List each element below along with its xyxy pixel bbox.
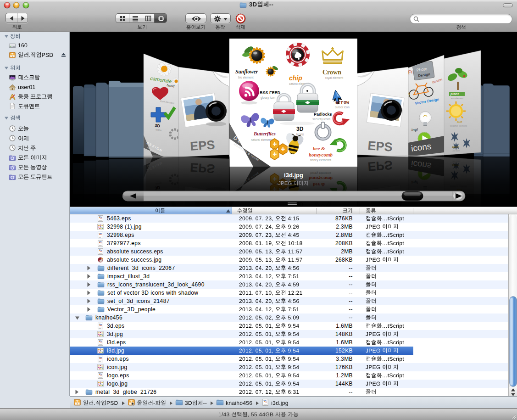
svg-text:eco element: eco element xyxy=(451,97,464,100)
svg-text:Butterflies: Butterflies xyxy=(253,131,276,136)
svg-text:natural elements: natural elements xyxy=(251,138,273,141)
svg-text:royal element: royal element xyxy=(325,76,343,80)
svg-text:plant: plant xyxy=(450,92,459,96)
svg-text:honeycomb: honeycomb xyxy=(309,152,333,157)
svg-text:EPS: EPS xyxy=(189,138,215,153)
svg-text:sun: sun xyxy=(457,120,462,123)
svg-text:RSS FEED: RSS FEED xyxy=(260,90,281,95)
svg-text:EPS: EPS xyxy=(367,139,393,154)
svg-text:i3d.jpg: i3d.jpg xyxy=(284,172,303,179)
svg-text:bee &: bee & xyxy=(313,146,325,151)
svg-text:3d icon: 3d icon xyxy=(452,149,460,152)
svg-text:security icons: security icons xyxy=(312,118,331,121)
svg-text:ing!: ing! xyxy=(411,127,418,132)
svg-text:arrow: arrow xyxy=(335,100,349,105)
svg-text:chip: chip xyxy=(289,74,302,82)
svg-text:Padlocks: Padlocks xyxy=(314,112,332,117)
svg-text:glossy icon: glossy icon xyxy=(261,96,276,100)
svg-text:snow: snow xyxy=(452,146,459,148)
svg-text:3D: 3D xyxy=(155,123,161,129)
svg-text:3D: 3D xyxy=(296,126,304,132)
svg-text:cursor icon: cursor icon xyxy=(335,106,350,109)
svg-text:Sunflower: Sunflower xyxy=(235,69,258,75)
svg-text:honey elements: honey elements xyxy=(310,158,332,162)
svg-text:weather element: weather element xyxy=(450,124,467,127)
svg-text:bio element: bio element xyxy=(238,76,254,79)
svg-text:Crown: Crown xyxy=(322,69,341,76)
